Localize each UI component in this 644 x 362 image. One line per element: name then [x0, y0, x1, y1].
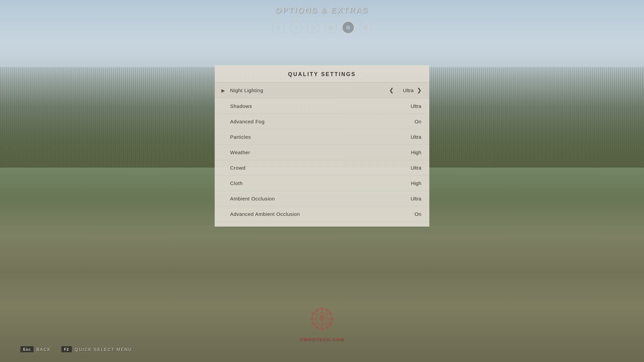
- setting-value-0: Ultra: [397, 87, 414, 93]
- setting-item[interactable]: Ambient OcclusionUltra: [215, 191, 429, 206]
- bottom-controls: Esc BACK F2 QUICK SELECT MENU: [20, 346, 132, 353]
- setting-value-5: Ultra: [405, 165, 421, 171]
- setting-name-5: Crowd: [230, 165, 246, 171]
- setting-item[interactable]: ▶Night Lighting❮Ultra❯: [215, 82, 429, 99]
- setting-right-2: On: [405, 119, 421, 124]
- quality-settings-panel: QUALITY SETTINGS ▶Night Lighting❮Ultra❯S…: [215, 65, 429, 227]
- setting-left-7: Ambient Occlusion: [221, 196, 275, 201]
- back-label: BACK: [37, 347, 51, 352]
- page-title: OPTIONS & EXTRAS: [275, 6, 369, 15]
- svg-rect-7: [329, 322, 333, 325]
- setting-value-8: On: [405, 211, 421, 217]
- setting-right-0: ❮Ultra❯: [389, 87, 421, 94]
- settings-list: ▶Night Lighting❮Ultra❯ShadowsUltraAdvanc…: [215, 82, 429, 227]
- setting-name-0: Night Lighting: [230, 87, 263, 93]
- setting-left-6: Cloth: [221, 180, 243, 186]
- setting-item[interactable]: ClothHigh: [215, 176, 429, 191]
- setting-value-2: On: [405, 119, 421, 124]
- setting-name-2: Advanced Fog: [230, 119, 265, 124]
- panel-header: QUALITY SETTINGS: [215, 65, 429, 82]
- setting-item[interactable]: Advanced Ambient OcclusionOn: [215, 206, 429, 222]
- setting-right-4: High: [405, 149, 421, 155]
- setting-left-3: Particles: [221, 134, 251, 140]
- nav-icon-circle[interactable]: ◎: [307, 21, 320, 34]
- setting-right-8: On: [405, 211, 421, 217]
- quick-select-label: QUICK SELECT MENU: [75, 347, 132, 352]
- quick-select-control[interactable]: F2 QUICK SELECT MENU: [61, 346, 132, 353]
- chevron-left-0[interactable]: ❮: [389, 87, 393, 94]
- svg-rect-11: [312, 322, 315, 325]
- setting-left-1: Shadows: [221, 103, 252, 109]
- setting-value-6: High: [405, 180, 421, 186]
- setting-right-7: Ultra: [405, 196, 421, 201]
- f2-key-badge: F2: [61, 346, 72, 353]
- nav-icon-grid[interactable]: ▦: [324, 21, 337, 34]
- svg-rect-8: [326, 326, 328, 329]
- setting-item[interactable]: ShadowsUltra: [215, 99, 429, 114]
- svg-line-22: [315, 322, 318, 326]
- svg-line-20: [326, 322, 329, 326]
- setting-item[interactable]: Advanced FogOn: [215, 114, 429, 129]
- setting-item[interactable]: CrowdUltra: [215, 160, 429, 176]
- setting-value-3: Ultra: [405, 134, 421, 140]
- setting-name-1: Shadows: [230, 103, 252, 109]
- svg-rect-4: [326, 308, 328, 312]
- setting-left-2: Advanced Fog: [221, 119, 265, 124]
- chevron-right-0[interactable]: ❯: [417, 87, 421, 94]
- setting-value-7: Ultra: [405, 196, 421, 201]
- svg-rect-13: [312, 312, 315, 315]
- setting-left-5: Crowd: [221, 165, 246, 171]
- setting-name-4: Weather: [230, 149, 250, 155]
- arrow-indicator-0: ▶: [221, 88, 227, 93]
- nav-icon-person[interactable]: ⚬: [289, 21, 302, 34]
- setting-right-6: High: [405, 180, 421, 186]
- setting-name-7: Ambient Occlusion: [230, 196, 275, 201]
- setting-name-8: Advanced Ambient Occlusion: [230, 211, 300, 217]
- nav-icon-row: ⊙ ⚬ ◎ ▦ ⚙ ⏻: [272, 21, 372, 34]
- setting-left-8: Advanced Ambient Occlusion: [221, 211, 300, 217]
- svg-rect-5: [329, 312, 333, 315]
- setting-left-0: ▶Night Lighting: [221, 87, 263, 93]
- setting-right-1: Ultra: [405, 103, 421, 109]
- nav-icon-gear[interactable]: ⚙: [342, 21, 355, 34]
- back-control[interactable]: Esc BACK: [20, 346, 51, 353]
- setting-name-3: Particles: [230, 134, 251, 140]
- watermark: VMODTECH.COM: [300, 302, 344, 342]
- panel-title: QUALITY SETTINGS: [288, 71, 356, 77]
- setting-item[interactable]: WeatherHigh: [215, 145, 429, 160]
- nav-icon-power[interactable]: ⏻: [359, 21, 372, 34]
- setting-right-5: Ultra: [405, 165, 421, 171]
- watermark-text: VMODTECH.COM: [300, 337, 344, 342]
- setting-value-1: Ultra: [405, 103, 421, 109]
- setting-left-4: Weather: [221, 149, 250, 155]
- setting-name-6: Cloth: [230, 180, 243, 186]
- setting-item[interactable]: ParticlesUltra: [215, 129, 429, 145]
- esc-key-badge: Esc: [20, 346, 34, 353]
- setting-right-3: Ultra: [405, 134, 421, 140]
- svg-line-19: [315, 311, 318, 315]
- svg-rect-10: [316, 326, 318, 329]
- title-divider: [292, 17, 352, 17]
- watermark-logo: [305, 302, 339, 336]
- svg-line-21: [326, 311, 329, 315]
- svg-rect-14: [316, 308, 318, 312]
- top-navigation: OPTIONS & EXTRAS ⊙ ⚬ ◎ ▦ ⚙ ⏻: [0, 0, 644, 34]
- svg-marker-23: [320, 314, 324, 318]
- setting-value-4: High: [405, 149, 421, 155]
- nav-icon-controller[interactable]: ⊙: [272, 21, 285, 34]
- setting-item[interactable]: MirrorsHigh: [215, 222, 429, 227]
